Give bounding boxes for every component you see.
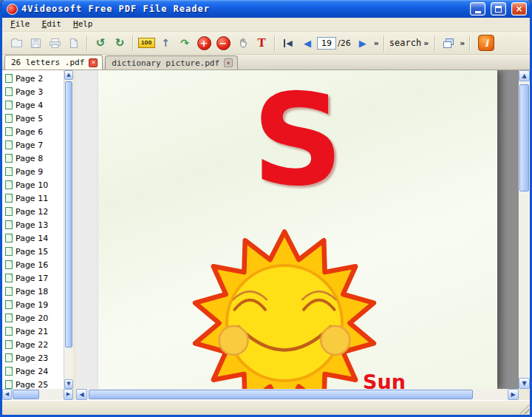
menu-help[interactable]: Help [68,18,98,31]
rotate-right-button[interactable]: ↻ [111,34,129,52]
viewer-vertical-scrollbar[interactable]: ▲ ▼ [519,70,530,389]
page-list-item[interactable]: Page 25 [2,378,64,389]
page-thumbnail-icon [5,220,13,229]
view-overflow-chevron[interactable]: » [458,38,466,48]
next-page-button[interactable]: ▶ [354,34,372,52]
minimize-button[interactable] [470,2,485,16]
maximize-button[interactable] [491,2,506,16]
page-thumbnail-icon [5,340,13,349]
page-list-item[interactable]: Page 22 [2,338,64,351]
fit-width-button[interactable]: ↑ [157,34,174,52]
page-list-item[interactable]: Page 3 [2,85,64,98]
page-list-item[interactable]: Page 20 [2,311,64,325]
sidebar-vertical-scrollbar[interactable]: ▲ ▼ [64,70,73,389]
page-thumbnail-icon [5,260,13,269]
page-list-item[interactable]: Page 6 [2,125,64,138]
page-label: Page 3 [16,87,43,97]
scroll-right-button[interactable]: ▶ [64,389,73,400]
open-button[interactable] [7,34,25,52]
page-list-item[interactable]: Page 9 [2,165,64,178]
page-list-item[interactable]: Page 5 [2,112,64,125]
scrollbar-corner [519,389,530,400]
scroll-down-button[interactable]: ▼ [64,379,73,389]
page-list-item[interactable]: Page 11 [2,191,64,205]
page-letter: S [98,89,497,191]
page-list-item[interactable]: Page 12 [2,205,64,218]
scroll-left-button[interactable]: ◀ [76,389,87,400]
search-overflow-chevron: » [422,38,430,48]
page-list-item[interactable]: Page 8 [2,152,64,165]
scroll-left-button[interactable]: ◀ [2,389,12,400]
page-list-item[interactable]: Page 15 [2,245,64,258]
page-list-item[interactable]: Page 13 [2,218,64,231]
text-select-button[interactable]: T [253,34,270,52]
sun-caption: Sun [363,370,406,389]
rotate-left-button[interactable]: ↺ [92,34,109,52]
scroll-thumb[interactable] [89,390,473,399]
page-list-item[interactable]: Page 10 [2,178,64,191]
save-button[interactable] [27,34,44,52]
page-list-item[interactable]: Page 2 [2,72,64,85]
page-label: Page 24 [16,367,48,376]
fit-page-button[interactable]: ↷ [176,34,194,52]
zoom-in-button[interactable]: + [195,34,213,52]
nav-overflow-chevron[interactable]: » [372,38,381,48]
page-list-item[interactable]: Page 7 [2,138,64,152]
actual-size-button[interactable]: 100 [137,34,155,52]
tab-dictionary-picture[interactable]: dictionary picture.pdf × [105,55,238,70]
page-list-item[interactable]: Page 4 [2,98,64,112]
scroll-down-button[interactable]: ▼ [519,378,530,389]
menu-file[interactable]: File [5,18,35,31]
scroll-thumb[interactable] [65,81,72,348]
scroll-thumb[interactable] [13,390,39,399]
tab-close-button[interactable]: × [89,58,98,67]
cascade-windows-button[interactable] [440,34,457,52]
scroll-track[interactable] [519,81,530,378]
page-list-item[interactable]: Page 24 [2,365,64,378]
zoom-100-icon: 100 [138,38,155,48]
status-bar [2,400,530,415]
first-page-button[interactable]: ◀ [279,34,297,52]
page-thumbnail-icon [5,287,13,296]
scroll-track[interactable] [87,389,508,400]
search-button[interactable]: search » [388,38,432,48]
menu-edit[interactable]: Edit [37,18,67,31]
tab-26-letters[interactable]: 26 letters .pdf × [4,55,103,70]
scroll-up-button[interactable]: ▲ [519,70,530,81]
export-button[interactable] [65,34,83,52]
title-bar[interactable]: 4Videosoft Free PDF File Reader × [2,0,530,18]
page-list-item[interactable]: Page 23 [2,351,64,365]
page-list-item[interactable]: Page 17 [2,271,64,285]
document-viewer[interactable]: S Sun [76,70,519,389]
about-button[interactable]: i [478,35,494,51]
hand-tool-button[interactable] [233,34,251,52]
page-label: Page 14 [16,234,48,243]
page-list-item[interactable]: Page 21 [2,325,64,338]
zoom-out-button[interactable]: − [214,34,232,52]
page-label: Page 7 [16,140,43,150]
search-label: search [389,38,421,48]
app-logo-icon [7,4,18,15]
scroll-track[interactable] [64,80,73,379]
page-list-item[interactable]: Page 14 [2,231,64,245]
page-thumbnail-icon [5,167,13,176]
first-page-icon: ◀ [284,39,292,47]
resize-grip[interactable] [519,404,529,414]
sidebar-horizontal-scrollbar[interactable]: ◀ ▶ [2,389,73,400]
page-list-item[interactable]: Page 18 [2,285,64,298]
scroll-right-button[interactable]: ▶ [508,389,519,400]
tab-label: 26 letters .pdf [11,58,84,67]
close-button[interactable]: × [511,2,527,16]
page-number-input[interactable] [317,37,336,50]
scroll-track[interactable] [12,389,64,400]
scroll-up-button[interactable]: ▲ [64,70,73,80]
print-button[interactable] [46,34,64,52]
save-floppy-icon [30,38,41,49]
page-label: Page 21 [16,327,48,336]
page-list-item[interactable]: Page 19 [2,298,64,311]
prev-page-button[interactable]: ◀ [299,34,316,52]
tab-close-button[interactable]: × [224,58,233,67]
scroll-thumb[interactable] [519,84,529,191]
viewer-horizontal-scrollbar[interactable]: ◀ ▶ [76,389,519,400]
page-list-item[interactable]: Page 16 [2,258,64,271]
